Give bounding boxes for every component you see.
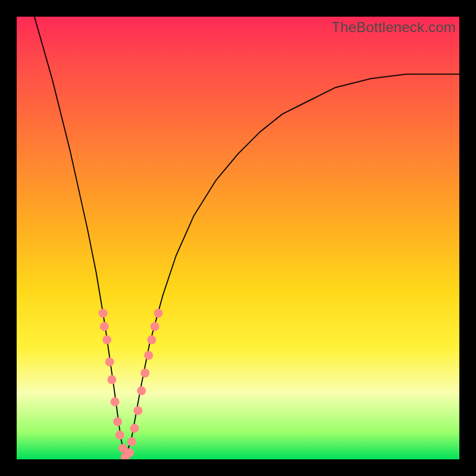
data-point (105, 358, 114, 367)
data-point (154, 309, 163, 318)
data-point (144, 351, 153, 360)
bottleneck-curve (35, 17, 459, 459)
data-point (99, 309, 108, 318)
data-point (130, 424, 139, 433)
data-point (151, 322, 159, 331)
data-point (137, 386, 146, 395)
data-point (140, 368, 149, 377)
chart-svg (17, 17, 459, 459)
data-point (115, 431, 124, 440)
plot-area: TheBottleneck.com (17, 17, 459, 459)
data-point (125, 448, 134, 457)
chart-frame: TheBottleneck.com (0, 0, 476, 476)
data-point (147, 336, 156, 345)
data-point (100, 322, 109, 331)
data-point (113, 417, 122, 426)
data-point (102, 336, 111, 345)
data-point (111, 397, 120, 406)
data-point (107, 375, 116, 384)
data-point (127, 437, 136, 446)
data-point (133, 406, 142, 415)
